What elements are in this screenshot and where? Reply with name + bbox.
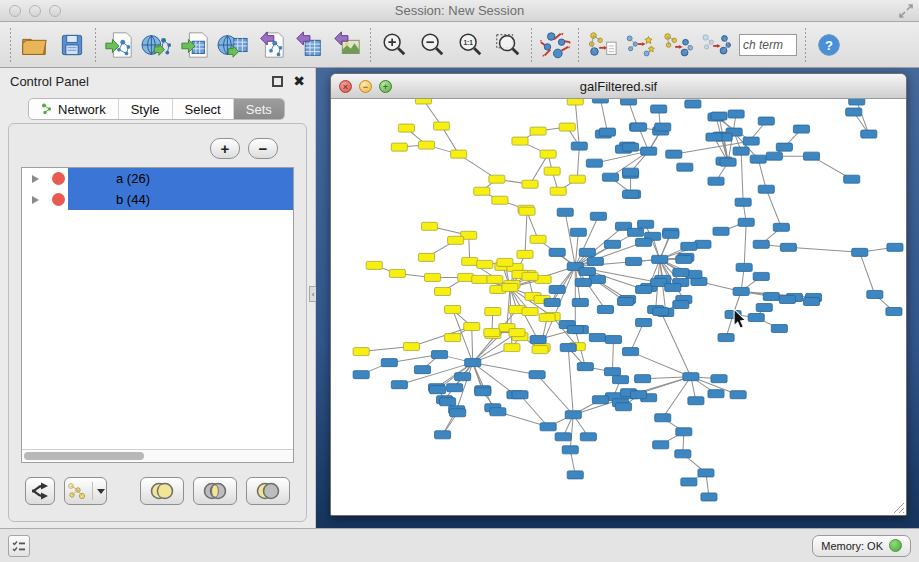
graph-node[interactable] (713, 227, 729, 235)
network-view-frame[interactable]: × − + galFiltered.sif (330, 73, 907, 516)
graph-node[interactable] (544, 298, 560, 306)
graph-node[interactable] (733, 147, 749, 155)
graph-node[interactable] (353, 371, 369, 379)
help-button[interactable]: ? (810, 26, 848, 64)
graph-node[interactable] (623, 190, 639, 198)
graph-node[interactable] (590, 212, 606, 220)
graph-node[interactable] (758, 185, 774, 193)
scrollbar-thumb[interactable] (24, 452, 144, 460)
graph-node[interactable] (539, 314, 555, 322)
select-mode-button[interactable] (621, 26, 659, 64)
graph-node[interactable] (475, 388, 491, 396)
graph-node[interactable] (653, 308, 669, 316)
graph-node[interactable] (673, 300, 689, 308)
graph-edge[interactable] (520, 395, 548, 427)
graph-node[interactable] (706, 133, 722, 141)
graph-node[interactable] (587, 257, 603, 265)
graph-node[interactable] (492, 196, 508, 204)
graph-edge[interactable] (612, 340, 613, 372)
graph-node[interactable] (886, 308, 902, 316)
graph-node[interactable] (758, 117, 774, 125)
memory-status-button[interactable]: Memory: OK (812, 535, 911, 557)
graph-node[interactable] (424, 273, 440, 281)
graph-node[interactable] (530, 336, 546, 344)
graph-node[interactable] (555, 433, 571, 441)
graph-edge[interactable] (741, 121, 766, 151)
graph-node[interactable] (489, 175, 505, 183)
graph-node[interactable] (867, 290, 883, 298)
graph-node[interactable] (636, 238, 652, 246)
graph-node[interactable] (559, 123, 575, 131)
frame-titlebar[interactable]: × − + galFiltered.sif (331, 74, 906, 99)
open-file-button[interactable] (15, 26, 53, 64)
graph-node[interactable] (567, 326, 583, 334)
graph-node[interactable] (512, 137, 528, 145)
graph-node[interactable] (579, 248, 595, 256)
graph-node[interactable] (793, 125, 809, 133)
graph-node[interactable] (711, 112, 727, 120)
zoom-in-button[interactable] (375, 26, 413, 64)
graph-node[interactable] (353, 348, 369, 356)
graph-node[interactable] (651, 105, 667, 113)
graph-node[interactable] (434, 122, 450, 130)
graph-node[interactable] (844, 175, 860, 183)
import-network-file-button[interactable] (100, 26, 138, 64)
search-input[interactable] (739, 34, 797, 56)
graph-node[interactable] (636, 285, 652, 293)
graph-node[interactable] (599, 128, 615, 136)
graph-node[interactable] (577, 363, 593, 371)
graph-node[interactable] (575, 278, 591, 286)
save-session-button[interactable] (53, 26, 91, 64)
graph-node[interactable] (570, 228, 586, 236)
graph-node[interactable] (698, 469, 714, 477)
graph-node[interactable] (655, 414, 671, 422)
graph-edge[interactable] (663, 377, 691, 418)
import-network-web-button[interactable] (138, 26, 176, 64)
resize-grip-icon[interactable] (891, 500, 905, 514)
graph-node[interactable] (635, 375, 651, 383)
graph-node[interactable] (450, 409, 466, 417)
graph-node[interactable] (445, 334, 461, 342)
graph-edge[interactable] (600, 99, 607, 132)
graph-node[interactable] (685, 100, 701, 108)
graph-node[interactable] (681, 242, 697, 250)
export-table-button[interactable] (290, 26, 328, 64)
float-panel-icon[interactable] (272, 76, 283, 87)
zoom-actual-size-button[interactable]: 1:1 (451, 26, 489, 64)
import-table-web-button[interactable] (214, 26, 252, 64)
graph-node[interactable] (579, 267, 595, 275)
graph-edge[interactable] (575, 101, 579, 146)
graph-node[interactable] (571, 142, 587, 150)
graph-node[interactable] (560, 344, 576, 352)
graph-node[interactable] (631, 123, 647, 131)
graph-node[interactable] (626, 257, 642, 265)
graph-node[interactable] (636, 319, 652, 327)
graph-node[interactable] (623, 348, 639, 356)
graph-node[interactable] (615, 403, 631, 411)
graph-node[interactable] (465, 359, 481, 367)
graph-node[interactable] (666, 150, 682, 158)
graph-node[interactable] (708, 390, 724, 398)
network-to-file-button[interactable] (583, 26, 621, 64)
graph-node[interactable] (597, 305, 613, 313)
graph-edge[interactable] (744, 222, 746, 267)
graph-node[interactable] (487, 275, 503, 283)
graph-node[interactable] (586, 159, 602, 167)
graph-node[interactable] (631, 391, 647, 399)
graph-node[interactable] (562, 446, 578, 454)
graph-node[interactable] (846, 108, 862, 116)
horizontal-scrollbar[interactable] (22, 449, 293, 462)
graph-node[interactable] (530, 127, 546, 135)
graph-node[interactable] (504, 344, 520, 352)
graph-node[interactable] (550, 187, 566, 195)
set-row-b[interactable]: b (44) (22, 189, 293, 210)
graph-node[interactable] (522, 180, 538, 188)
graph-node[interactable] (448, 236, 464, 244)
add-set-button[interactable]: + (210, 138, 240, 159)
graph-node[interactable] (736, 263, 752, 271)
graph-edge[interactable] (788, 247, 859, 252)
graph-node[interactable] (849, 99, 865, 105)
graph-node[interactable] (688, 397, 704, 405)
graph-node[interactable] (391, 143, 407, 151)
graph-edge[interactable] (525, 211, 527, 254)
